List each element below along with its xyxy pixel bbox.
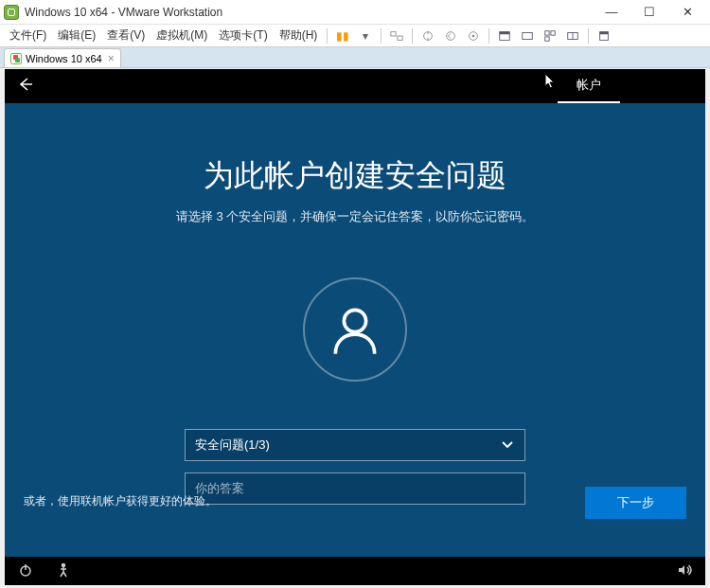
snapshot-revert-icon[interactable] [442,27,459,45]
user-avatar-icon [303,277,407,382]
separator [327,28,328,44]
library-icon[interactable] [595,27,612,45]
online-account-hint[interactable]: 或者，使用联机帐户获得更好的体验。 [24,493,217,509]
oobe-main: 为此帐户创建安全问题 请选择 3 个安全问题，并确保一定会记住答案，以防你忘记密… [5,103,705,557]
oobe-tab-account[interactable]: 帐户 [558,69,620,103]
fullscreen-icon[interactable] [496,27,513,45]
svg-rect-8 [523,32,533,39]
vm-tab-label: Windows 10 x64 [26,53,102,64]
menubar: 文件(F) 编辑(E) 查看(V) 虚拟机(M) 选项卡(T) 帮助(H) ▮▮… [0,25,710,47]
select-label: 安全问题(1/3) [195,437,270,454]
window-title: Windows 10 x64 - VMware Workstation [25,6,593,19]
oobe-header: 帐户 [5,69,705,103]
svg-point-5 [472,34,475,37]
menu-help[interactable]: 帮助(H) [274,27,324,44]
svg-rect-1 [398,36,402,40]
maximize-button[interactable]: ☐ [630,0,668,25]
pause-icon[interactable]: ▮▮ [334,27,351,45]
next-button[interactable]: 下一步 [585,487,686,519]
svg-rect-11 [545,36,549,40]
security-question-form: 安全问题(1/3) 你的答案 [185,429,525,516]
svg-point-3 [447,31,455,40]
volume-icon[interactable] [677,562,692,580]
separator [488,28,489,44]
menu-file[interactable]: 文件(F) [4,27,52,44]
menu-tabs[interactable]: 选项卡(T) [213,27,273,44]
svg-rect-10 [551,30,555,34]
security-question-select[interactable]: 安全问题(1/3) [185,429,525,461]
tab-close-icon[interactable]: × [108,52,115,65]
vm-display: 帐户 为此帐户创建安全问题 请选择 3 个安全问题，并确保一定会记住答案，以防你… [5,69,705,585]
svg-rect-7 [500,31,510,34]
snapshot-icon[interactable] [419,27,436,45]
menu-edit[interactable]: 编辑(E) [52,27,101,44]
svg-rect-14 [600,31,609,34]
vm-tab[interactable]: Windows 10 x64 × [4,48,121,67]
oobe-bottom-bar [5,557,705,585]
snapshot-manager-icon[interactable] [465,27,482,45]
oobe-subtitle: 请选择 3 个安全问题，并确保一定会记住答案，以防你忘记密码。 [176,208,534,225]
oobe-title: 为此帐户创建安全问题 [204,155,506,197]
separator [412,28,413,44]
tab-strip: Windows 10 x64 × [0,47,710,68]
separator [588,28,589,44]
answer-input[interactable]: 你的答案 [185,472,525,505]
console-view-icon[interactable] [541,27,559,45]
close-button[interactable]: ✕ [668,0,706,25]
chevron-down-icon [500,437,515,454]
unity-icon[interactable] [519,27,536,45]
window-titlebar: Windows 10 x64 - VMware Workstation — ☐ … [0,0,710,25]
menu-view[interactable]: 查看(V) [101,27,151,44]
svg-rect-0 [391,31,396,35]
send-ctrl-alt-del-icon[interactable] [388,27,405,45]
minimize-button[interactable]: — [593,0,630,25]
svg-point-15 [344,310,365,331]
app-icon [4,5,19,20]
dropdown-icon[interactable]: ▾ [357,27,374,45]
back-arrow-icon[interactable] [16,75,35,98]
menu-vm[interactable]: 虚拟机(M) [151,27,213,44]
vm-tab-icon [10,53,22,64]
accessibility-icon[interactable] [56,562,71,580]
svg-point-17 [62,563,65,566]
svg-rect-9 [545,30,549,34]
power-icon[interactable] [18,562,33,580]
separator [381,28,382,44]
stretch-icon[interactable] [564,27,581,45]
